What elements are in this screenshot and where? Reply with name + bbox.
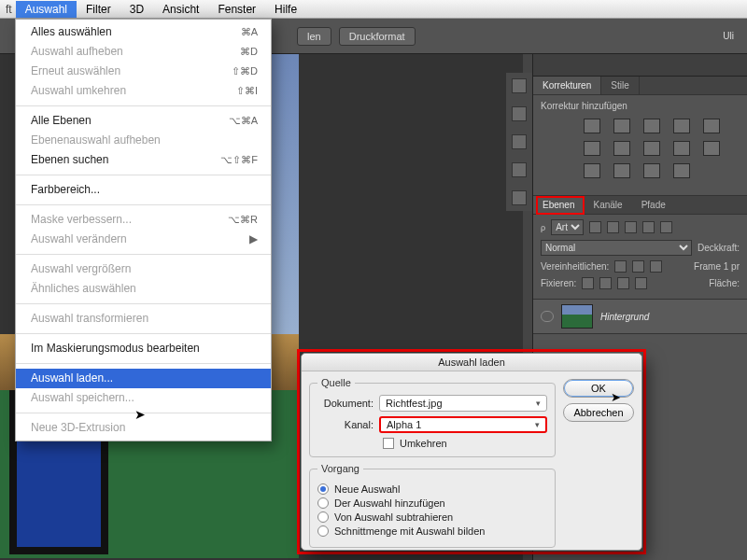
tab-korrekturen[interactable]: Korrekturen xyxy=(533,77,601,94)
blend-mode-select[interactable]: Normal xyxy=(541,240,692,256)
mi-auswahl-speichern[interactable]: Auswahl speichern... xyxy=(16,388,271,408)
dialog-auswahl-laden: Auswahl laden Quelle Dokument: Richtfest… xyxy=(301,353,642,551)
legend-vorgang: Vorgang xyxy=(317,463,363,474)
mi-aehnliches-auswaehlen[interactable]: Ähnliches auswählen xyxy=(16,279,271,299)
radio-schnittmenge[interactable]: Schnittmenge mit Auswahl bilden xyxy=(317,525,547,537)
select-kanal[interactable]: Alpha 1▾ xyxy=(379,416,547,433)
unify-label: Vereinheitlichen: xyxy=(541,261,609,272)
layers-options: ρ Art Normal Deckkraft: Vereinheitlichen… xyxy=(533,215,747,300)
panel-icon[interactable] xyxy=(512,78,527,93)
adjust-icon[interactable] xyxy=(584,163,600,178)
mi-maske-verbessern[interactable]: Maske verbessern...⌥⌘R xyxy=(16,210,271,230)
filter-icon[interactable] xyxy=(642,221,655,233)
filter-icon[interactable] xyxy=(625,221,637,233)
label-kanal: Kanal: xyxy=(317,419,374,430)
adjust-icon[interactable] xyxy=(613,119,630,133)
radio-hinzufuegen[interactable]: Der Auswahl hinzufügen xyxy=(317,497,547,509)
layers-tabs: Ebenen Kanäle Pfade xyxy=(533,196,747,215)
ok-button[interactable]: OK xyxy=(563,379,634,398)
panel-icon[interactable] xyxy=(512,190,527,205)
toolbar-btn-unknown[interactable]: len xyxy=(297,27,331,46)
adjust-icon[interactable] xyxy=(584,141,600,156)
adjust-icon[interactable] xyxy=(703,141,720,156)
adjust-icon[interactable] xyxy=(643,119,660,133)
layer-name: Hintergrund xyxy=(600,312,649,322)
menu-fenster[interactable]: Fenster xyxy=(208,1,265,18)
menu-3d[interactable]: 3D xyxy=(120,1,153,18)
radio-subtrahieren[interactable]: Von Auswahl subtrahieren xyxy=(317,511,547,523)
adjust-icon[interactable] xyxy=(643,141,660,156)
mi-auswahl-vergroessern[interactable]: Auswahl vergrößern xyxy=(16,259,271,279)
adjust-icon[interactable] xyxy=(673,141,690,156)
cancel-button[interactable]: Abbrechen xyxy=(563,403,634,422)
tab-stile[interactable]: Stile xyxy=(601,77,639,94)
radio-neue-auswahl[interactable]: Neue Auswahl xyxy=(317,483,547,495)
panel-icon[interactable] xyxy=(512,106,527,121)
menu-filter[interactable]: Filter xyxy=(77,1,120,18)
mi-ebenen-suchen[interactable]: Ebenen suchen⌥⇧⌘F xyxy=(16,150,271,170)
mi-farbbereich[interactable]: Farbbereich... xyxy=(16,180,271,200)
label-dokument: Dokument: xyxy=(317,398,374,409)
checkbox-box-icon xyxy=(383,438,394,449)
menubar: ft Auswahl Filter 3D Ansicht Fenster Hil… xyxy=(0,0,747,19)
opacity-label: Deckkraft: xyxy=(698,243,740,253)
mi-alles-auswaehlen[interactable]: Alles auswählen⌘A xyxy=(16,22,271,42)
frame-label: Frame 1 pr xyxy=(694,261,740,272)
lock-icon[interactable] xyxy=(635,277,647,289)
panel-icon[interactable] xyxy=(512,134,527,149)
menu-ansicht[interactable]: Ansicht xyxy=(153,1,208,18)
adjust-icon[interactable] xyxy=(584,119,600,133)
visibility-eye-icon[interactable] xyxy=(541,311,554,322)
filter-icon[interactable] xyxy=(607,221,619,233)
filter-icon[interactable] xyxy=(660,221,672,233)
lock-icon[interactable] xyxy=(617,277,629,289)
mi-auswahl-aufheben[interactable]: Auswahl aufheben⌘D xyxy=(16,42,271,62)
legend-quelle: Quelle xyxy=(317,377,355,388)
adjust-icon[interactable] xyxy=(703,119,720,133)
adjustments-body: Korrektur hinzufügen xyxy=(533,95,747,196)
mi-auswahl-umkehren[interactable]: Auswahl umkehren⇧⌘I xyxy=(16,81,271,101)
lock-icon[interactable] xyxy=(582,277,594,289)
radio-off-icon xyxy=(317,497,329,509)
filter-icon[interactable] xyxy=(589,221,601,233)
tab-pfade[interactable]: Pfade xyxy=(632,196,675,214)
layer-row-background[interactable]: Hintergrund xyxy=(533,300,747,334)
radio-off-icon xyxy=(317,511,329,523)
dialog-title: Auswahl laden xyxy=(302,354,641,371)
toolbar-btn-druckformat[interactable]: Druckformat xyxy=(339,27,416,46)
app-prefix: ft xyxy=(0,1,16,18)
mi-auswahl-transformieren[interactable]: Auswahl transformieren xyxy=(16,309,271,329)
adjust-icon[interactable] xyxy=(643,163,660,178)
mi-neue-3d-extrusion[interactable]: Neue 3D-Extrusion xyxy=(16,418,271,438)
menu-hilfe[interactable]: Hilfe xyxy=(265,1,306,18)
workspace-label[interactable]: Uli xyxy=(723,31,734,41)
adjust-icon[interactable] xyxy=(613,163,630,178)
fill-label: Fläche: xyxy=(709,278,740,288)
unify-icon[interactable] xyxy=(632,260,644,273)
lock-icon[interactable] xyxy=(599,277,612,289)
unify-icon[interactable] xyxy=(650,260,662,273)
layer-filter-kind[interactable]: Art xyxy=(551,219,584,235)
menu-auswahl[interactable]: Auswahl xyxy=(16,1,77,18)
adjust-icon[interactable] xyxy=(673,163,690,178)
fieldset-quelle: Quelle Dokument: Richtfest.jpg▾ Kanal: A… xyxy=(309,377,556,457)
mi-auswahl-veraendern[interactable]: Auswahl verändern▶ xyxy=(16,230,271,249)
checkbox-umkehren[interactable]: Umkehren xyxy=(383,438,547,449)
tab-kanaele[interactable]: Kanäle xyxy=(584,196,631,214)
select-dokument[interactable]: Richtfest.jpg▾ xyxy=(379,395,547,412)
panel-icon[interactable] xyxy=(512,162,527,177)
adjust-icon[interactable] xyxy=(613,141,630,156)
mi-erneut-auswaehlen[interactable]: Erneut auswählen⇧⌘D xyxy=(16,62,271,81)
mi-alle-ebenen[interactable]: Alle Ebenen⌥⌘A xyxy=(16,111,271,131)
mi-auswahl-laden[interactable]: Auswahl laden... xyxy=(16,369,271,388)
layer-thumbnail xyxy=(561,304,593,329)
unify-icon[interactable] xyxy=(614,260,627,273)
adjust-icon[interactable] xyxy=(673,119,690,133)
adjustments-heading: Korrektur hinzufügen xyxy=(541,101,740,111)
fieldset-vorgang: Vorgang Neue Auswahl Der Auswahl hinzufü… xyxy=(309,463,556,548)
mi-maskierungsmodus[interactable]: Im Maskierungsmodus bearbeiten xyxy=(16,339,271,358)
tab-ebenen[interactable]: Ebenen xyxy=(533,196,584,214)
lock-label: Fixieren: xyxy=(541,278,576,288)
mi-ebenenauswahl-aufheben[interactable]: Ebenenauswahl aufheben xyxy=(16,131,271,150)
radio-off-icon xyxy=(317,525,329,537)
